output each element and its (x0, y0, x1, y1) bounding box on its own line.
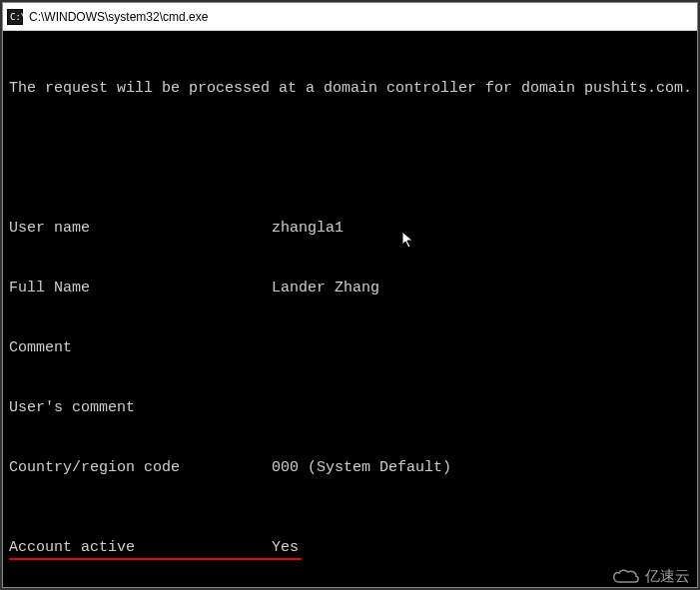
value-full-name: Lander Zhang (272, 279, 379, 298)
cmd-icon: C:\ (7, 9, 23, 25)
row-users-comment: User's comment (9, 398, 691, 418)
label-country-code: Country/region code (9, 458, 272, 478)
row-user-name: User namezhangla1 (9, 219, 691, 239)
highlight-line (9, 558, 302, 560)
cmd-window: C:\ C:\WINDOWS\system32\cmd.exe The requ… (2, 2, 698, 588)
terminal-output[interactable]: The request will be processed at a domai… (3, 31, 697, 587)
label-full-name: Full Name (9, 279, 272, 298)
row-account-active: Account activeYes (9, 538, 691, 558)
label-users-comment: User's comment (9, 398, 272, 418)
row-country-code: Country/region code000 (System Default) (9, 458, 691, 478)
value-country-code: 000 (System Default) (272, 458, 451, 478)
row-full-name: Full NameLander Zhang (9, 279, 691, 298)
window-title: C:\WINDOWS\system32\cmd.exe (29, 10, 208, 24)
value-user-name: zhangla1 (272, 219, 344, 239)
svg-text:C:\: C:\ (10, 12, 23, 22)
value-account-active: Yes (272, 538, 299, 558)
row-comment: Comment (9, 338, 691, 358)
titlebar[interactable]: C:\ C:\WINDOWS\system32\cmd.exe (3, 3, 697, 31)
label-comment: Comment (9, 338, 272, 358)
label-account-active: Account active (9, 538, 272, 558)
watermark-text: 亿速云 (645, 567, 690, 586)
label-user-name: User name (9, 219, 272, 239)
cloud-icon (611, 568, 641, 586)
watermark: 亿速云 (611, 567, 690, 586)
header-line: The request will be processed at a domai… (9, 79, 691, 99)
blank-line (9, 139, 691, 159)
